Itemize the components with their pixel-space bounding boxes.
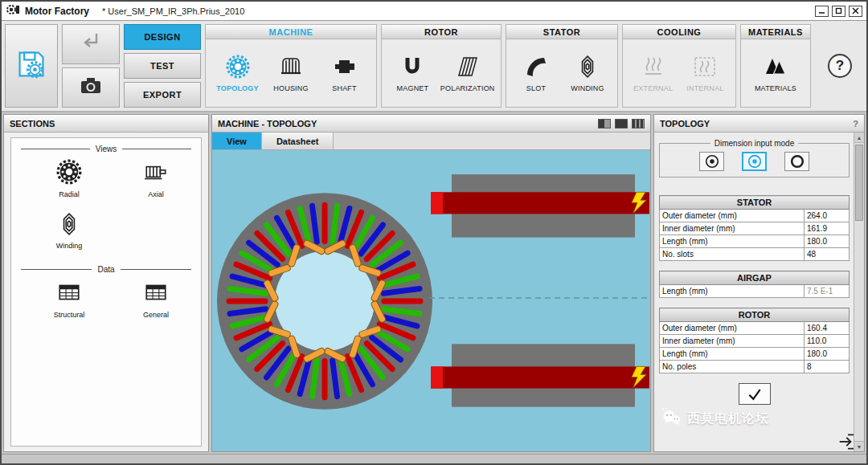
dim-mode-middle-button[interactable] [742, 152, 767, 171]
row-value[interactable]: 160.4 [805, 322, 850, 335]
machine-group-title: MACHINE [206, 25, 376, 39]
row-label: No. slots [660, 248, 805, 261]
ribbon-item-winding[interactable]: WINDING [563, 55, 612, 92]
save-disk-icon [15, 48, 47, 84]
design-button[interactable]: DESIGN [124, 24, 201, 50]
ribbon-item-internal-cooling: INTERNAL [680, 55, 730, 92]
topology-label: TOPOLOGY [216, 84, 258, 92]
row-value[interactable]: 161.9 [805, 222, 850, 235]
ribbon-item-external-cooling: EXTERNAL [628, 55, 678, 92]
watermark-text: 西莫电机论坛 [687, 410, 769, 427]
machine-view[interactable] [212, 150, 650, 451]
internal-cooling-label: INTERNAL [686, 84, 723, 92]
row-value[interactable]: 48 [805, 248, 850, 261]
test-button[interactable]: TEST [124, 53, 201, 79]
panel-help-icon[interactable]: ? [853, 119, 858, 128]
general-label: General [143, 311, 169, 319]
topology-panel: TOPOLOGY ? Dimension input mode [653, 114, 865, 452]
scrollbar-thumb[interactable] [855, 145, 863, 221]
polarization-icon [456, 55, 480, 82]
row-value[interactable]: 180.0 [805, 348, 850, 361]
ribbon-item-magnet[interactable]: MAGNET [387, 55, 437, 92]
tab-datasheet[interactable]: Datasheet [262, 133, 334, 149]
dimension-input-mode: Dimension input mode [659, 139, 850, 177]
table-row: Inner diameter (mm)110.0 [660, 335, 850, 348]
apply-button[interactable] [739, 383, 771, 405]
axial-cross-section [429, 174, 650, 407]
minimize-button[interactable] [815, 6, 829, 17]
ribbon-item-housing[interactable]: HOUSING [266, 55, 316, 92]
ribbon-group-cooling: COOLING EXTERNAL INTERNAL [622, 24, 736, 108]
dim-mode-outer-button[interactable] [699, 152, 724, 171]
winding-label: WINDING [571, 84, 604, 92]
section-item-axial[interactable]: Axial [122, 159, 190, 198]
stator-table: STATOR Outer diameter (mm)264.0 Inner di… [659, 195, 850, 261]
shaft-label: SHAFT [332, 84, 357, 92]
snapshot-button[interactable] [62, 67, 120, 108]
import-button[interactable] [62, 24, 120, 64]
export-button[interactable]: EXPORT [124, 82, 201, 108]
radial-view-icon [56, 159, 82, 188]
save-button[interactable] [5, 24, 58, 108]
row-value[interactable]: 8 [805, 361, 850, 373]
table-row: Outer diameter (mm)160.4 [660, 322, 850, 335]
sections-body: Views Radial Axial [10, 137, 202, 447]
wechat-icon [661, 407, 682, 430]
section-item-structural[interactable]: Structural [35, 279, 103, 319]
row-label: Length (mm) [660, 235, 805, 248]
materials-icon [764, 55, 788, 82]
scroll-up-arrow[interactable]: ▲ [854, 133, 864, 143]
ribbon-group-materials: MATERIALS MATERIALS [740, 24, 811, 108]
ribbon-item-shaft[interactable]: SHAFT [320, 55, 370, 92]
vertical-scrollbar[interactable]: ▲ ▼ [854, 133, 864, 451]
row-value[interactable]: 180.0 [805, 235, 850, 248]
check-icon [746, 386, 764, 402]
stator-group-title: STATOR [506, 25, 617, 39]
split-view-button[interactable] [598, 119, 611, 128]
tab-view[interactable]: View [212, 133, 262, 149]
close-button[interactable] [849, 6, 862, 17]
polarization-label: POLARIZATION [440, 84, 495, 92]
slot-label: SLOT [526, 84, 546, 92]
ribbon-group-stator: STATOR SLOT WINDING [506, 24, 618, 108]
ribbon-item-topology[interactable]: TOPOLOGY [213, 55, 263, 92]
structural-label: Structural [54, 311, 85, 319]
ribbon-item-polarization[interactable]: POLARIZATION [440, 55, 495, 92]
row-value[interactable]: 264.0 [805, 210, 850, 222]
topology-body: Dimension input mode [654, 133, 864, 451]
window-controls [815, 6, 862, 17]
single-view-button[interactable] [615, 119, 628, 128]
table-row: Length (mm)7.5 E-1 [660, 285, 850, 298]
radial-label: Radial [59, 190, 80, 198]
ribbon-item-slot[interactable]: SLOT [511, 55, 561, 92]
section-item-general[interactable]: General [122, 279, 190, 319]
housing-icon [279, 55, 303, 82]
internal-cooling-icon [693, 55, 717, 82]
row-value[interactable]: 7.5 E-1 [805, 285, 850, 298]
section-item-winding[interactable]: Winding [35, 212, 103, 250]
dim-mode-ring-button[interactable] [784, 152, 809, 171]
magnet-icon [400, 55, 424, 82]
help-button[interactable]: ? [828, 54, 852, 78]
shaft-icon [333, 55, 357, 82]
rotor-table: ROTOR Outer diameter (mm)160.4 Inner dia… [659, 308, 850, 373]
row-value[interactable]: 110.0 [805, 335, 850, 348]
document-title: * User_SM_PM_IR_3Ph.Prius_2010 [102, 6, 244, 16]
axial-label: Axial [148, 190, 164, 198]
ribbon-group-rotor: ROTOR MAGNET POLARIZATION [381, 24, 502, 108]
row-label: Outer diameter (mm) [660, 210, 805, 222]
app-icon [6, 3, 20, 19]
views-label: Views [96, 145, 117, 153]
bold-circle-icon [789, 153, 805, 169]
winding-view-icon [57, 212, 81, 239]
row-label: Outer diameter (mm) [660, 322, 805, 335]
multi-view-button[interactable] [632, 119, 645, 128]
housing-label: HOUSING [273, 84, 308, 92]
row-label: Inner diameter (mm) [660, 335, 805, 348]
ribbon-item-materials[interactable]: MATERIALS [751, 55, 800, 92]
section-item-radial[interactable]: Radial [35, 159, 103, 198]
restore-button[interactable] [832, 6, 845, 17]
scroll-down-arrow[interactable]: ▼ [854, 441, 864, 451]
machine-cross-section [212, 150, 650, 451]
view-mode-icons [598, 119, 645, 128]
